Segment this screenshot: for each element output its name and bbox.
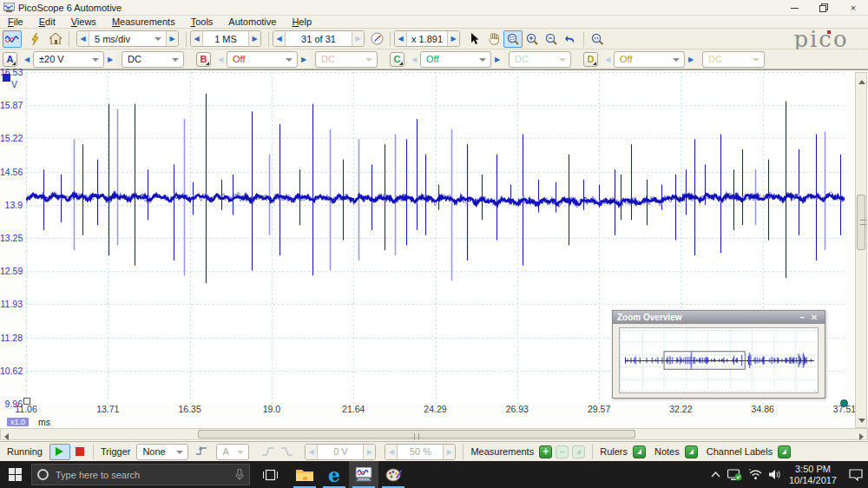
channel-b-range-next-arrow[interactable]: ▶ [298,51,310,68]
timebase-prev-arrow[interactable]: ◀ [77,30,89,47]
taskbar-search-input[interactable]: Type here to search [31,464,250,485]
pre-trigger-field[interactable]: 50 % [398,445,443,459]
advanced-trigger-button[interactable] [192,443,211,460]
trigger-marker[interactable] [840,399,848,407]
pointer-tool-button[interactable] [465,30,484,48]
vertical-scroll-thumb[interactable] [857,195,865,250]
channel-b-options-button[interactable]: B [196,52,211,67]
channel-a-range-select[interactable]: ±20 V [33,51,104,68]
file-explorer-button[interactable] [290,461,319,488]
menu-edit[interactable]: Edit [31,16,63,29]
add-measurement-button[interactable]: + [539,445,552,458]
rulers-button[interactable] [633,445,646,458]
channel-c-coupling-select[interactable]: DC [509,51,571,68]
notes-button[interactable] [685,445,698,458]
buffer-prev-arrow[interactable]: ◀ [273,30,286,47]
zoom-out-arrow[interactable]: ◀ [395,30,407,47]
undo-zoom-button[interactable] [561,30,580,48]
action-center-icon[interactable] [849,469,863,481]
horizontal-scrollbar[interactable] [0,428,868,440]
wifi-icon[interactable]: * [749,469,762,480]
scroll-down-arrow[interactable] [858,414,865,425]
zoom-overview-canvas[interactable] [619,327,819,393]
setup-wizard-button[interactable] [25,30,44,48]
horizontal-scroll-thumb[interactable] [198,430,635,439]
hand-tool-button[interactable] [484,30,503,48]
channel-c-options-button[interactable]: C [390,52,404,67]
channel-a-options-button[interactable]: A [3,52,17,67]
zoom-overview-titlebar[interactable]: Zoom Overview – ✕ [613,311,825,324]
zoom-overview-panel[interactable]: Zoom Overview – ✕ [612,310,825,399]
samples-field[interactable]: 1 MS [203,31,248,46]
trigger-level-up-arrow[interactable]: ▶ [363,444,375,460]
channel-a-coupling-select[interactable]: DC [122,51,184,68]
menu-views[interactable]: Views [63,16,104,29]
minimize-button[interactable] [779,0,809,16]
trigger-level-field[interactable]: 0 V [318,445,363,459]
pre-trigger-up-arrow[interactable]: ▶ [443,444,455,460]
taskbar-clock[interactable]: 3:50 PM 10/14/2017 [789,464,837,486]
trigger-mode-select[interactable]: None [136,444,188,460]
channel-d-range-prev-arrow[interactable]: ◀ [602,51,614,68]
vertical-scrollbar[interactable] [855,72,867,428]
channel-a-axis-marker[interactable] [3,74,10,82]
home-button[interactable] [46,30,65,48]
speaker-icon[interactable] [769,469,782,480]
task-view-button[interactable] [255,461,285,488]
remove-measurement-button[interactable]: – [556,445,569,458]
start-capture-button[interactable] [49,444,70,460]
close-button[interactable]: × [838,0,868,16]
picoscope-taskbar-button[interactable] [349,461,378,488]
channel-d-range-next-arrow[interactable]: ▶ [685,51,697,68]
channel-b-coupling-select[interactable]: DC [315,51,378,68]
menu-automotive[interactable]: Automotive [220,16,284,29]
scope-view-button[interactable] [3,30,22,48]
channel-a-range-next-arrow[interactable]: ▶ [104,51,116,68]
rising-edge-button[interactable] [258,443,277,460]
buffer-position-field[interactable]: 31 of 31 [286,31,352,46]
timebase-next-arrow[interactable]: ▶ [166,30,178,47]
offset-marker[interactable] [23,398,30,405]
zoom-window-tool-button[interactable] [503,30,523,48]
microphone-icon[interactable] [235,469,244,481]
menu-file[interactable]: File [0,16,31,29]
samples-up-arrow[interactable]: ▶ [248,30,260,47]
channel-c-range-select[interactable]: Off [420,51,491,68]
channel-c-range-next-arrow[interactable]: ▶ [491,51,503,68]
edge-browser-button[interactable]: e [319,461,349,488]
channel-d-coupling-select[interactable]: DC [702,51,765,68]
safely-remove-hardware-icon[interactable] [727,469,742,481]
menu-measurements[interactable]: Measurements [104,16,183,29]
restore-button[interactable] [809,0,838,16]
scroll-up-arrow[interactable] [858,76,865,86]
menu-help[interactable]: Help [284,16,319,29]
stop-capture-button[interactable] [70,444,89,460]
channel-c-range-prev-arrow[interactable]: ◀ [408,51,420,68]
trigger-level-down-arrow[interactable]: ◀ [306,444,318,460]
falling-edge-button[interactable] [277,443,296,460]
channel-d-range-select[interactable]: Off [614,51,685,68]
channel-d-options-button[interactable]: D [583,52,598,67]
pre-trigger-down-arrow[interactable]: ◀ [385,444,398,460]
buffer-next-arrow[interactable]: ▶ [352,30,364,47]
edit-measurement-button[interactable] [572,445,585,458]
channel-labels-button[interactable] [778,445,791,458]
zoom-overview-minimize-button[interactable]: – [796,313,808,322]
zoom-overview-close-button[interactable]: ✕ [808,313,820,322]
paint-taskbar-button[interactable] [378,461,408,488]
samples-down-arrow[interactable]: ◀ [191,30,203,47]
channel-a-range-prev-arrow[interactable]: ◀ [21,51,33,68]
buffer-overview-button[interactable] [367,30,386,48]
tray-chevron-up-icon[interactable] [711,472,720,478]
menu-tools[interactable]: Tools [183,16,221,29]
zoom-in-arrow[interactable]: ▶ [447,30,459,47]
trigger-source-select[interactable]: A [216,444,249,460]
channel-b-range-select[interactable]: Off [227,51,298,68]
zoom-in-tool-button[interactable] [523,30,542,48]
zoom-factor-field[interactable]: x 1.891 [407,31,447,46]
zoom-full-button[interactable] [588,30,607,48]
start-button[interactable] [0,461,30,488]
zoom-out-tool-button[interactable] [542,30,561,48]
channel-b-range-prev-arrow[interactable]: ◀ [214,51,227,68]
timebase-select[interactable]: 5 ms/div [89,31,166,46]
